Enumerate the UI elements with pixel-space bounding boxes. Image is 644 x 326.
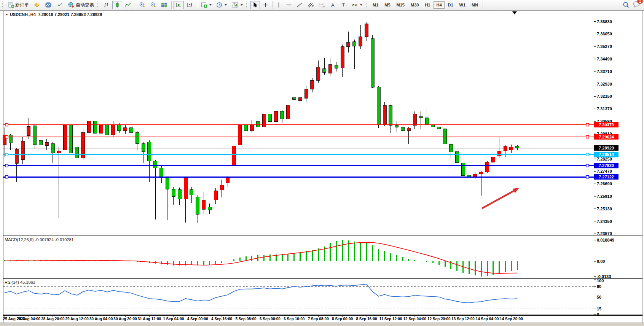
svg-text:8 Sep 16:00: 8 Sep 16:00	[356, 317, 377, 321]
new-order-icon	[8, 2, 14, 8]
svg-text:13 Sep 12:00: 13 Sep 12:00	[451, 317, 475, 321]
arrows-tool-button[interactable]	[349, 1, 364, 9]
vertical-line-icon	[276, 2, 281, 8]
chart-symbol-period: USDCNH-,H4	[10, 12, 36, 17]
toolbar-right-icons: 1	[623, 1, 640, 9]
collapse-triangle-icon[interactable]: ▼	[5, 13, 8, 16]
svg-text:14 Sep 04:00: 14 Sep 04:00	[476, 317, 499, 321]
zoom-in-icon	[139, 2, 145, 8]
tab-timeframe-mn[interactable]: MN	[469, 1, 481, 9]
notifications-button[interactable]: 1	[633, 1, 640, 9]
toolbar-grip[interactable]	[366, 2, 368, 8]
toolbar-grip[interactable]	[246, 2, 249, 8]
rsi-value: 45.1063	[20, 280, 35, 285]
svg-text:7.32930: 7.32930	[597, 82, 612, 86]
tile-windows-button[interactable]	[159, 1, 169, 9]
zoom-in-button[interactable]	[137, 1, 147, 9]
svg-text:12 Sep 04:00: 12 Sep 04:00	[403, 317, 426, 321]
chart-shift-button[interactable]	[185, 1, 195, 9]
text-label-tool-button[interactable]: T	[338, 1, 349, 9]
svg-text:5 Sep 08:00: 5 Sep 08:00	[235, 317, 256, 321]
vertical-line-tool-button[interactable]	[274, 1, 283, 9]
search-icon[interactable]	[623, 2, 630, 8]
svg-text:7.30379: 7.30379	[599, 122, 614, 127]
market-watch-button[interactable]	[43, 1, 54, 9]
arrows-shapes-icon	[351, 2, 358, 8]
svg-text:0.018849: 0.018849	[597, 238, 614, 242]
bar-chart-type-button[interactable]	[102, 1, 112, 9]
toolbar-separator	[135, 1, 135, 9]
svg-text:7.27122: 7.27122	[599, 175, 614, 179]
tab-timeframe-h1[interactable]: H1	[422, 1, 433, 9]
svg-text:7.33710: 7.33710	[597, 69, 612, 74]
trendline-tool-button[interactable]	[295, 1, 304, 9]
auto-trading-icon	[68, 2, 75, 8]
svg-text:30 Aug 20:00: 30 Aug 20:00	[113, 317, 137, 321]
text-tool-icon: A	[330, 2, 336, 8]
macd-values: -0.007924 -0.010281	[35, 237, 73, 242]
horizontal-line-icon	[286, 2, 292, 8]
zoom-out-button[interactable]	[148, 1, 158, 9]
svg-text:7.36830: 7.36830	[597, 19, 612, 24]
svg-text:4 Sep 16:00: 4 Sep 16:00	[211, 317, 232, 321]
tab-timeframe-h4[interactable]: H4	[434, 1, 444, 9]
svg-text:7.23570: 7.23570	[597, 231, 612, 236]
tab-timeframe-w1[interactable]: W1	[457, 1, 469, 9]
svg-text:7.34490: 7.34490	[597, 57, 612, 61]
equidistant-channel-tool-button[interactable]: E	[305, 1, 316, 9]
tab-timeframe-d1[interactable]: D1	[445, 1, 456, 9]
svg-text:29 Aug 12:00: 29 Aug 12:00	[65, 317, 89, 321]
candlestick-chart-type-button[interactable]	[112, 1, 122, 9]
svg-text:7.25910: 7.25910	[597, 194, 612, 199]
toolbar-grip[interactable]	[97, 2, 100, 8]
crosshair-icon	[263, 2, 268, 8]
channel-icon: E	[307, 2, 314, 8]
rsi-indicator-label: RSI(14) 45.1063	[5, 280, 35, 285]
signals-button[interactable]	[54, 1, 65, 9]
horizontal-line-tool-button[interactable]	[284, 1, 294, 9]
svg-text:7.31370: 7.31370	[597, 107, 612, 111]
svg-text:A: A	[331, 2, 335, 8]
notification-badge: 1	[637, 0, 643, 4]
line-chart-type-button[interactable]	[123, 1, 133, 9]
clock-icon	[216, 2, 223, 8]
tab-timeframe-m30[interactable]: M30	[408, 1, 421, 9]
svg-text:-0.0133: -0.0133	[597, 274, 611, 279]
cursor-tool-button[interactable]	[250, 1, 260, 9]
add-indicator-icon	[201, 2, 207, 8]
svg-text:28 Aug 04:00: 28 Aug 04:00	[17, 317, 41, 321]
toolbar-separator	[272, 1, 273, 9]
cursor-icon	[252, 2, 258, 8]
periods-button[interactable]	[214, 1, 229, 9]
svg-text:15: 15	[597, 307, 601, 311]
svg-text:1 Sep 04:00: 1 Sep 04:00	[163, 317, 184, 321]
auto-trading-label: 自动交易	[76, 2, 94, 8]
text-tool-button[interactable]: A	[328, 1, 338, 9]
tab-timeframe-m5[interactable]: M5	[382, 1, 393, 9]
tile-windows-icon	[161, 2, 167, 8]
macd-indicator-label: MACD(12,26,9) -0.007924 -0.010281	[5, 237, 74, 242]
tab-timeframe-m1[interactable]: M1	[370, 1, 381, 9]
templates-button[interactable]	[230, 1, 245, 9]
tab-timeframe-m15[interactable]: M15	[394, 1, 407, 9]
svg-text:6 Sep 00:00: 6 Sep 00:00	[260, 317, 281, 321]
toolbar-grip[interactable]	[2, 2, 5, 8]
auto-scroll-button[interactable]	[174, 1, 184, 9]
new-order-button[interactable]: 新订单	[6, 1, 31, 9]
chart-canvas[interactable]: 7.368307.360507.352707.344907.337107.329…	[0, 0, 644, 326]
mt4-window: 新订单 自动交易	[0, 0, 644, 326]
svg-text:7.36050: 7.36050	[597, 32, 612, 36]
signal-waves-icon	[56, 2, 63, 8]
svg-text:100: 100	[597, 278, 604, 283]
svg-text:7.28929: 7.28929	[599, 146, 614, 150]
svg-text:80: 80	[597, 284, 601, 289]
crosshair-tool-button[interactable]	[261, 1, 270, 9]
gold-kite-icon	[33, 2, 40, 8]
svg-text:7.28514: 7.28514	[599, 152, 614, 157]
auto-trading-button[interactable]: 自动交易	[66, 1, 96, 9]
fibonacci-tool-button[interactable]: F	[317, 1, 327, 9]
kite-button[interactable]	[32, 1, 42, 9]
indicators-button[interactable]	[199, 1, 214, 9]
toolbar-separator	[197, 1, 197, 9]
toolbar-separator	[483, 1, 483, 9]
